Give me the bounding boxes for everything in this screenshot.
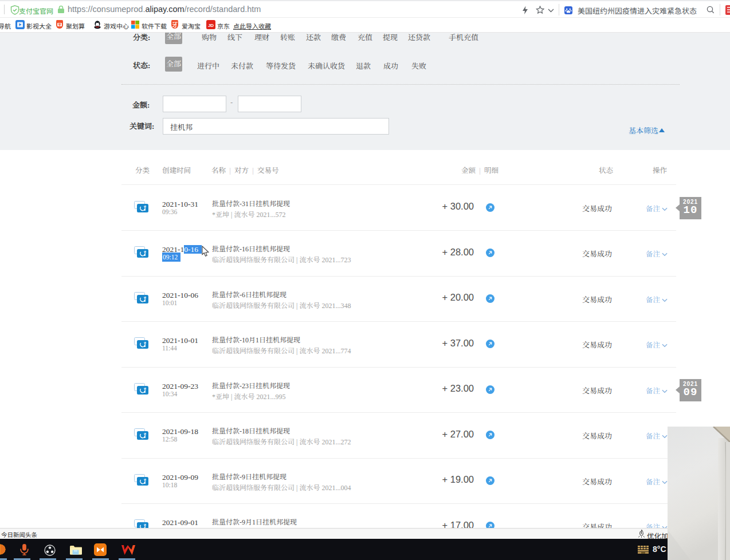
svg-text:JD: JD	[208, 23, 214, 28]
